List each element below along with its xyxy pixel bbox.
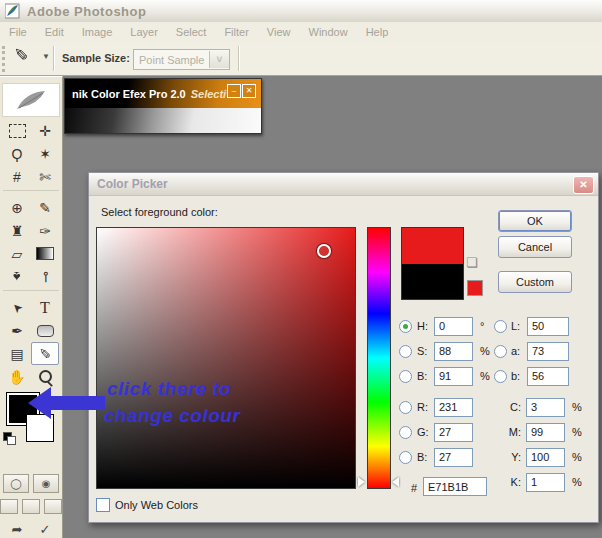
fullscreen-menubar-button[interactable] [22,499,40,514]
lightness-radio[interactable] [494,320,507,333]
new-color-swatch [402,228,463,264]
cancel-button[interactable]: Cancel [498,236,572,258]
hue-slider[interactable] [367,227,391,489]
nik-minimize-button[interactable]: – [227,84,241,98]
tool-preset-caret-icon[interactable]: ▼ [42,52,50,61]
eyedropper-tool[interactable]: ✐ [31,342,59,365]
type-tool[interactable]: T [31,296,59,319]
hue-radio[interactable] [399,320,412,333]
saturation-unit: % [480,345,490,357]
b-label: b: [511,370,527,382]
hex-input[interactable] [423,477,487,496]
gradient-tool[interactable] [31,242,59,265]
history-brush-tool[interactable]: ✑ [31,219,59,242]
jump-to-imageready-icon[interactable]: ➦ [5,520,29,538]
saturation-brightness-field[interactable] [96,227,356,489]
cyan-input[interactable] [526,398,565,417]
saturation-radio[interactable] [399,345,412,358]
ok-button[interactable]: OK [498,210,572,232]
edit-in-imageready-icon[interactable]: ✓ [33,520,57,538]
options-bar-grip[interactable] [2,46,5,72]
clone-stamp-tool[interactable]: ♜ [3,219,31,242]
eraser-tool[interactable]: ▱ [3,242,31,265]
menu-file[interactable]: File [0,26,36,38]
move-tool[interactable]: ✛ [31,119,59,142]
default-colors-icon[interactable] [3,432,15,443]
red-input[interactable] [434,398,473,417]
sample-size-dropdown[interactable]: Point Sample ˅ [133,49,230,70]
rectangular-marquee-tool[interactable] [3,119,31,142]
eyedropper-tool-icon[interactable]: ✐ [14,45,28,66]
path-selection-tool[interactable]: ➤ [3,296,31,319]
black-unit: % [572,476,582,488]
yellow-input[interactable] [526,448,565,467]
sample-size-label: Sample Size: [62,52,130,64]
saturation-input[interactable] [434,342,473,361]
web-gamut-warning-icon[interactable]: ❏ [466,255,478,270]
green-input[interactable] [434,423,473,442]
menu-filter[interactable]: Filter [215,26,257,38]
brush-tool[interactable]: ✎ [31,196,59,219]
current-color-swatch[interactable] [402,264,463,299]
hue-slider-right-marker[interactable] [392,477,399,487]
b-input[interactable] [527,367,569,386]
pen-tool[interactable]: ✒ [3,319,31,342]
magic-wand-tool[interactable]: ✶ [31,142,59,165]
menu-select[interactable]: Select [167,26,216,38]
standard-mode-button[interactable]: ◯ [3,474,29,493]
quick-mask-mode-button[interactable]: ◉ [33,474,59,493]
red-radio[interactable] [399,401,412,414]
dropdown-arrow-icon[interactable]: ˅ [209,51,229,68]
fullscreen-button[interactable] [44,499,62,514]
hand-tool[interactable]: ✋ [3,365,31,388]
blue-radio[interactable] [399,451,412,464]
sample-size-value: Point Sample [134,54,209,66]
dialog-title-bar[interactable]: Color Picker ✕ [89,173,598,196]
blue-label: B: [417,451,434,463]
hue-input[interactable] [434,317,473,336]
a-input[interactable] [527,342,569,361]
menu-view[interactable]: View [258,26,300,38]
a-radio[interactable] [494,345,507,358]
lasso-tool[interactable]: Ϙ [3,142,31,165]
lightness-input[interactable] [527,317,569,336]
menu-image[interactable]: Image [73,26,122,38]
crop-tool[interactable]: # [3,165,31,188]
color-picker-dialog: Color Picker ✕ Select foreground color: … [88,172,599,523]
custom-button[interactable]: Custom [498,271,572,293]
black-input[interactable] [526,473,565,492]
menu-layer[interactable]: Layer [121,26,167,38]
annotation-text-line1: click there to [107,378,231,400]
nik-panel-header[interactable]: nik Color Efex Pro 2.0 Selective – ✕ [65,79,261,108]
b-row: b: [494,366,569,386]
shape-tool[interactable] [31,319,59,342]
green-radio[interactable] [399,426,412,439]
closest-web-color-swatch[interactable] [467,280,483,296]
menu-window[interactable]: Window [300,26,357,38]
menu-help[interactable]: Help [357,26,398,38]
b-radio[interactable] [494,370,507,383]
brightness-radio[interactable] [399,370,412,383]
slice-tool[interactable]: ✄ [31,165,59,188]
blur-tool[interactable]: ♠ [3,265,31,288]
color-field-marker[interactable] [317,244,331,258]
menu-edit[interactable]: Edit [36,26,73,38]
zoom-tool[interactable] [31,365,59,388]
magenta-label: M: [494,426,526,438]
dodge-icon: ⊸ [37,271,53,283]
notes-tool[interactable]: ▤ [3,342,31,365]
magenta-input[interactable] [526,423,565,442]
nik-close-button[interactable]: ✕ [242,84,256,98]
dialog-close-button[interactable]: ✕ [573,176,594,194]
only-web-colors-checkbox[interactable] [96,498,110,512]
brightness-input[interactable] [434,367,473,386]
blur-icon: ♠ [13,269,20,285]
dodge-tool[interactable]: ⊸ [31,265,59,288]
standard-screen-button[interactable] [0,499,18,514]
hue-slider-left-marker[interactable] [358,477,365,487]
dialog-title: Color Picker [89,177,168,191]
tool-options-bar: ✐ ▼ Sample Size: Point Sample ˅ [0,42,602,76]
healing-brush-tool[interactable]: ⊕ [3,196,31,219]
adobe-feather-logo[interactable] [2,83,60,117]
blue-input[interactable] [434,448,473,467]
